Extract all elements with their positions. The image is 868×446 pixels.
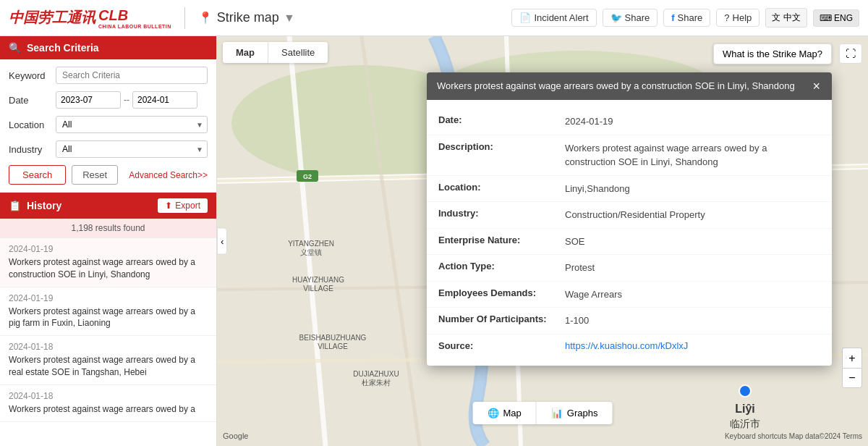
svg-text:义堂镇: 义堂镇: [300, 248, 322, 256]
history-date: 2024-01-18: [9, 391, 208, 401]
tab-map[interactable]: Map: [223, 42, 268, 63]
what-is-strike-map-button[interactable]: What is the Strike Map?: [713, 43, 832, 64]
toggle-sidebar-button[interactable]: ‹: [217, 228, 227, 255]
popup-row: Action Type: Protest: [427, 255, 832, 282]
list-item[interactable]: 2024-01-18 Workers protest against wage …: [0, 385, 216, 422]
date-to-input[interactable]: [132, 91, 197, 109]
popup-field-value: Wage Arrears: [565, 287, 820, 302]
popup-row: Location: Linyi,Shandong: [427, 176, 832, 203]
popup-row: Industry: Construction/Residential Prope…: [427, 202, 832, 229]
keyword-input[interactable]: [56, 67, 208, 84]
popup-header: Workers protest against wage arrears owe…: [427, 72, 832, 100]
facebook-share-button[interactable]: f Share: [663, 9, 710, 27]
history-desc: Workers protest against wage arrears owe…: [9, 403, 208, 416]
map-bottom-buttons: 🌐 Map 📊 Graphs: [473, 402, 613, 424]
history-title: 📋 History: [9, 200, 61, 211]
globe-icon: 🌐: [488, 408, 499, 418]
map-attribution: Keyboard shortcuts Map data©2024 Terms: [725, 432, 862, 440]
zoom-out-button[interactable]: −: [842, 368, 862, 388]
history-date: 2024-01-18: [9, 342, 208, 352]
industry-row: Industry All ▼: [9, 140, 208, 158]
popup-field-key: Location:: [438, 182, 565, 196]
popup-close-button[interactable]: ×: [811, 80, 822, 93]
location-row: Location All ▼: [9, 116, 208, 133]
popup-field-key: Enterprise Nature:: [438, 235, 565, 249]
lang-cn-button[interactable]: 文 中文: [765, 8, 807, 28]
advanced-search-link[interactable]: Advanced Search>>: [129, 170, 208, 180]
bottom-graphs-button[interactable]: 📊 Graphs: [536, 402, 613, 424]
history-date: 2024-01-19: [9, 293, 208, 303]
list-item[interactable]: 2024-01-18 Workers protest against wage …: [0, 336, 216, 385]
header-actions: 📄 Incident Alert 🐦 Share f Share ? Help …: [511, 8, 859, 28]
svg-text:YITANGZHEN: YITANGZHEN: [288, 240, 334, 248]
zoom-controls: + −: [842, 348, 862, 388]
zoom-in-button[interactable]: +: [842, 348, 862, 368]
popup-row: Description: Workers protest against wag…: [427, 135, 832, 176]
search-criteria-header: 🔍 Search Criteria: [0, 36, 216, 59]
twitter-share-button[interactable]: 🐦 Share: [603, 9, 658, 27]
export-icon: ⬆: [165, 201, 172, 211]
svg-text:HUAYIZHUANG: HUAYIZHUANG: [292, 276, 344, 284]
main-content: 🔍 Search Criteria Keyword Date -- Locati…: [0, 36, 868, 446]
logo-area: 中国劳工通讯 CLB CHINA LABOUR BULLETIN: [9, 7, 171, 29]
page-title: Strike map: [217, 10, 279, 25]
list-item[interactable]: 2024-01-19 Workers protest against wage …: [0, 238, 216, 287]
popup-title: Workers protest against wage arrears owe…: [437, 80, 795, 93]
logo-clb: CLB CHINA LABOUR BULLETIN: [98, 7, 171, 29]
search-form: Keyword Date -- Location All ▼: [0, 59, 216, 193]
popup-field-key: Date:: [438, 114, 565, 129]
svg-text:VILLAGE: VILLAGE: [318, 342, 348, 350]
svg-text:杜家朱村: 杜家朱村: [362, 379, 391, 387]
location-select-wrap: All ▼: [56, 116, 208, 133]
bottom-map-button[interactable]: 🌐 Map: [473, 402, 536, 424]
location-label: Location: [9, 119, 56, 130]
keyword-row: Keyword: [9, 67, 208, 84]
fullscreen-button[interactable]: ⛶: [839, 43, 862, 64]
incident-alert-button[interactable]: 📄 Incident Alert: [511, 9, 596, 27]
popup-field-value: SOE: [565, 235, 820, 249]
map-area[interactable]: G2 G327 G206 G206 YITANGZHEN 义堂镇 HUAYIZH…: [217, 36, 868, 446]
history-icon: 📋: [9, 200, 21, 211]
popup-field-key: Action Type:: [438, 261, 565, 275]
help-button[interactable]: ? Help: [716, 9, 760, 27]
date-from-input[interactable]: [56, 91, 121, 109]
industry-label: Industry: [9, 144, 56, 155]
history-list: 2024-01-19 Workers protest against wage …: [0, 238, 216, 446]
history-desc: Workers protest against wage arrears owe…: [9, 306, 208, 330]
popup-field-value: 2024-01-19: [565, 114, 820, 129]
svg-text:G2: G2: [303, 173, 312, 180]
google-brand: Google: [223, 432, 248, 440]
results-count: 1,198 results found: [0, 219, 216, 238]
popup-row: Employees Demands: Wage Arrears: [427, 282, 832, 308]
date-row: Date --: [9, 91, 208, 109]
search-icon: 🔍: [9, 42, 21, 54]
search-button[interactable]: Search: [9, 165, 66, 185]
popup-row: Source: https://v.kuaishou.com/kDxlxJ: [427, 334, 832, 357]
lang-cn-icon: 文: [772, 12, 780, 22]
tab-satellite[interactable]: Satellite: [268, 42, 328, 63]
popup-field-value: Workers protest against wage arrears owe…: [565, 141, 820, 169]
popup-field-key: Number Of Participants:: [438, 314, 565, 328]
header-divider: [184, 7, 185, 29]
svg-text:VILLAGE: VILLAGE: [303, 285, 333, 293]
popup-field-key: Employees Demands:: [438, 287, 565, 302]
svg-text:DUJIAZHUXU: DUJIAZHUXU: [353, 370, 399, 378]
location-select[interactable]: All: [56, 116, 208, 133]
history-desc: Workers protest against wage arrears owe…: [9, 256, 208, 281]
industry-select-wrap: All ▼: [56, 140, 208, 158]
export-button[interactable]: ⬆ Export: [158, 198, 208, 213]
popup-source-link[interactable]: https://v.kuaishou.com/kDxlxJ: [565, 340, 688, 351]
reset-button[interactable]: Reset: [72, 165, 118, 185]
popup-row: Enterprise Nature: SOE: [427, 229, 832, 256]
list-item[interactable]: 2024-01-19 Workers protest against wage …: [0, 287, 216, 337]
industry-select[interactable]: All: [56, 140, 208, 158]
history-header: 📋 History ⬆ Export: [0, 193, 216, 219]
header-title-area[interactable]: 📍 Strike map ▼: [198, 10, 295, 25]
question-icon: ?: [724, 12, 729, 23]
popup-row: Number Of Participants: 1-100: [427, 308, 832, 334]
lang-en-button[interactable]: ⌨ ENG: [813, 9, 859, 27]
keyword-label: Keyword: [9, 70, 56, 81]
toggle-icon: ‹: [221, 236, 224, 247]
sidebar: 🔍 Search Criteria Keyword Date -- Locati…: [0, 36, 217, 446]
svg-text:临沂市: 临沂市: [730, 418, 760, 429]
